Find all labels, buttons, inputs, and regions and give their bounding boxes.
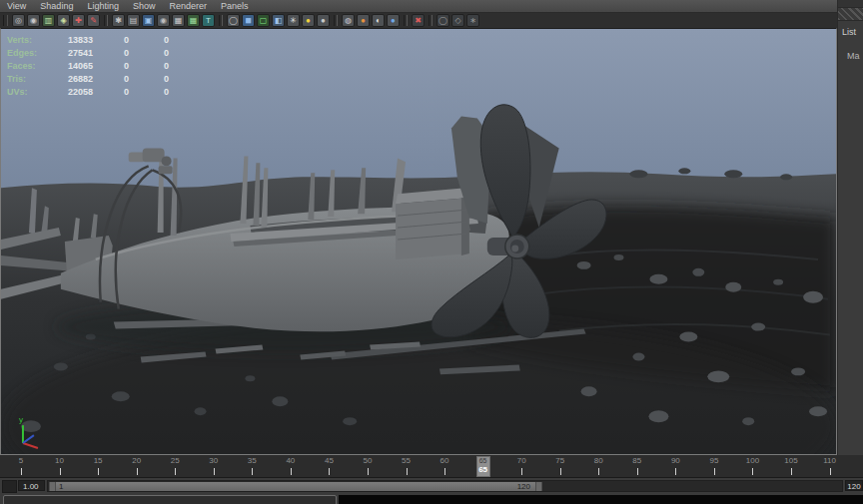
hud-row: Edges:2754100: [7, 46, 169, 59]
frame-tick: [637, 468, 638, 475]
playback-speed-field[interactable]: 1.00: [18, 480, 45, 491]
toolbar-separator: [404, 15, 408, 26]
brush-icon[interactable]: ✎: [87, 14, 100, 27]
playback-range-bar[interactable]: 1 120: [49, 482, 542, 491]
wireframe-icon[interactable]: ◯: [227, 14, 240, 27]
hud-row: UVs:2205800: [7, 85, 169, 98]
hud-polycount: Verts:1383300Edges:2754100Faces:1406500T…: [7, 33, 169, 98]
hud-z1: 0: [93, 87, 129, 97]
frame-label: 35: [243, 456, 261, 465]
menu-shading[interactable]: Shading: [33, 0, 80, 13]
frame-label: 45: [320, 456, 338, 465]
hud-label: Tris:: [7, 74, 53, 84]
command-result: [339, 495, 863, 504]
resolution-gate-icon[interactable]: ▣: [142, 14, 155, 27]
select-camera-icon[interactable]: ◎: [12, 14, 25, 27]
frame-label: 110: [821, 456, 839, 465]
material-sphere-icon[interactable]: ●: [357, 14, 370, 27]
frame-label: 60: [435, 456, 453, 465]
default-lighting-icon[interactable]: ●: [302, 14, 315, 27]
isolate-select-icon[interactable]: ✖: [412, 14, 425, 27]
all-lights-icon[interactable]: ●: [317, 14, 330, 27]
frame-tick: [60, 468, 61, 475]
menu-view[interactable]: View: [0, 0, 33, 13]
exposure-icon[interactable]: ◐: [372, 14, 385, 27]
safe-action-icon[interactable]: ▦: [187, 14, 200, 27]
anim-start-field[interactable]: [2, 480, 17, 493]
headlight-icon[interactable]: ◍: [342, 14, 355, 27]
hud-z2: 0: [129, 74, 169, 84]
menu-renderer[interactable]: Renderer: [162, 0, 214, 13]
gamma-sphere-icon[interactable]: ●: [387, 14, 400, 27]
shaded-icon[interactable]: ◼: [242, 14, 255, 27]
camera-attributes-icon[interactable]: ◉: [27, 14, 40, 27]
hud-z2: 0: [129, 35, 169, 45]
frame-label: 20: [128, 456, 146, 465]
current-time-marker[interactable]: 65 65: [476, 456, 490, 477]
hud-val: 13833: [53, 35, 93, 45]
frame-tick: [714, 468, 715, 475]
frame-label: 25: [166, 456, 184, 465]
list-menu[interactable]: List: [838, 21, 863, 37]
current-frame-label: 65: [477, 465, 489, 475]
time-slider[interactable]: 5101520253035404550556065707580859095100…: [0, 455, 863, 478]
command-input[interactable]: [3, 495, 337, 504]
gears-icon[interactable]: ✱: [112, 14, 125, 27]
frame-label: 50: [359, 456, 377, 465]
maya-window: ViewShadingLightingShowRendererPanels ◎◉…: [0, 0, 863, 504]
attribute-editor-edge: List Ma: [837, 0, 863, 455]
hud-label: Faces:: [7, 61, 53, 71]
film-gate-icon[interactable]: ▤: [127, 14, 140, 27]
frame-tick: [291, 468, 292, 475]
frame-label: 105: [782, 456, 800, 465]
right-panel-drag-handle[interactable]: [838, 7, 863, 21]
film-brackets-icon[interactable]: ▢: [257, 14, 270, 27]
range-start-handle[interactable]: [49, 482, 56, 491]
frame-tick: [137, 468, 138, 475]
panel-toolbar: ◎◉▥◈✚✎✱▤▣◉▦▦T◯◼▢◧✳●●◍●◐●✖◯◇∗: [0, 13, 837, 28]
textured-icon[interactable]: ◧: [272, 14, 285, 27]
playback-end-field[interactable]: 120: [845, 480, 863, 491]
menu-lighting[interactable]: Lighting: [80, 0, 126, 13]
command-line: [0, 494, 863, 504]
node-tab-partial[interactable]: Ma: [838, 37, 863, 61]
hud-z1: 0: [93, 74, 129, 84]
frame-tick: [329, 468, 330, 475]
frame-label: 55: [398, 456, 416, 465]
wire-on-shaded-icon[interactable]: ✳: [287, 14, 300, 27]
frame-label: 40: [282, 456, 300, 465]
menu-show[interactable]: Show: [126, 0, 163, 13]
frame-label: 95: [705, 456, 723, 465]
range-slider-track[interactable]: 1 120: [47, 480, 843, 492]
hud-z2: 0: [129, 48, 169, 58]
menu-panels[interactable]: Panels: [214, 0, 256, 13]
frame-label: 30: [205, 456, 223, 465]
current-frame-tick-label: 65: [477, 457, 489, 465]
range-end-label: 120: [517, 482, 530, 491]
image-plane-icon[interactable]: ▥: [42, 14, 55, 27]
toolbar-grip[interactable]: [3, 15, 8, 26]
frame-tick: [521, 468, 522, 475]
safe-title-icon[interactable]: T: [202, 14, 215, 27]
hud-label: Verts:: [7, 35, 53, 45]
field-chart-icon[interactable]: ▦: [172, 14, 185, 27]
frame-tick: [368, 468, 369, 475]
range-end-handle[interactable]: [535, 482, 542, 491]
panel-menubar: ViewShadingLightingShowRendererPanels: [0, 0, 837, 13]
bookmark-icon[interactable]: ◈: [57, 14, 70, 27]
frame-tick: [830, 468, 831, 475]
frame-label: 80: [589, 456, 607, 465]
frame-tick: [214, 468, 215, 475]
frame-tick: [444, 468, 445, 475]
range-slider-row: 1.00 1 120 120: [0, 478, 863, 494]
frame-label: 10: [51, 456, 69, 465]
globe-icon[interactable]: ◯: [436, 14, 449, 27]
hud-label: Edges:: [7, 48, 53, 58]
share-icon[interactable]: ∗: [466, 14, 479, 27]
gate-mask-icon[interactable]: ◉: [157, 14, 170, 27]
viewport-panel[interactable]: y Verts:1383300Edges:2754100Faces:140650…: [0, 28, 837, 455]
pin-icon[interactable]: ✚: [72, 14, 85, 27]
hud-val: 26882: [53, 74, 93, 84]
cube-icon[interactable]: ◇: [451, 14, 464, 27]
range-start-label: 1: [59, 482, 63, 491]
